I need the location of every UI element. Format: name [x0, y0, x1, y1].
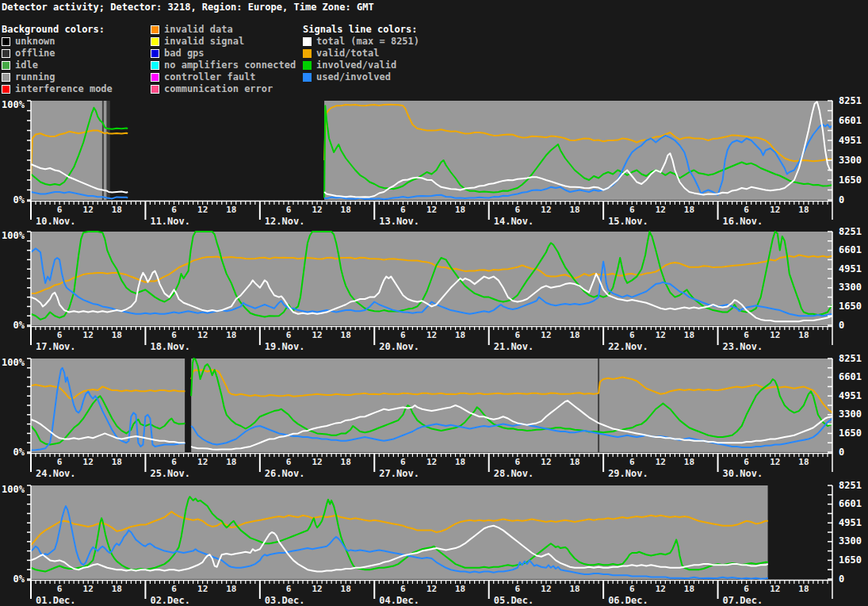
- svg-text:18: 18: [455, 330, 465, 340]
- day-label-07-dec: 07.Dec.: [723, 595, 763, 606]
- svg-text:6: 6: [629, 205, 635, 215]
- svg-text:18: 18: [455, 584, 465, 594]
- day-label-24-nov: 24.Nov.: [36, 468, 76, 479]
- status-background-running: [191, 359, 832, 452]
- right-axis-label: 4951: [839, 517, 862, 528]
- svg-text:12: 12: [312, 205, 322, 215]
- svg-text:18: 18: [684, 584, 694, 594]
- day-label-17-nov: 17.Nov.: [36, 341, 76, 352]
- svg-text:18: 18: [684, 457, 694, 467]
- svg-text:6: 6: [171, 457, 177, 467]
- day-label-25-nov: 25.Nov.: [150, 468, 190, 479]
- svg-text:18: 18: [226, 330, 236, 340]
- svg-text:12: 12: [83, 330, 94, 340]
- svg-text:6: 6: [57, 584, 63, 594]
- svg-text:6: 6: [57, 330, 63, 340]
- day-label-23-nov: 23.Nov.: [723, 341, 763, 352]
- day-label-26-nov: 26.Nov.: [265, 468, 305, 479]
- right-axis-label: 0: [839, 320, 844, 331]
- svg-text:0%: 0%: [13, 573, 25, 585]
- day-label-16-nov: 16.Nov.: [723, 216, 763, 227]
- status-background-running: [31, 485, 768, 579]
- day-label-14-nov: 14.Nov.: [494, 216, 534, 227]
- svg-text:6: 6: [629, 457, 635, 467]
- right-axis-label: 1650: [839, 175, 862, 186]
- day-label-28-nov: 28.Nov.: [494, 468, 534, 479]
- svg-text:100%: 100%: [2, 484, 25, 495]
- svg-text:18: 18: [798, 457, 809, 467]
- svg-text:12: 12: [541, 584, 551, 594]
- svg-text:6: 6: [515, 457, 521, 467]
- right-axis-label: 4951: [839, 135, 862, 146]
- svg-text:18: 18: [226, 205, 236, 215]
- right-axis-label: 8251: [839, 226, 862, 237]
- right-axis-label: 6601: [839, 115, 862, 126]
- status-background-unknown: [110, 101, 324, 200]
- right-axis-label: 8251: [839, 95, 862, 106]
- day-label-29-nov: 29.Nov.: [608, 468, 648, 479]
- right-axis-label: 3300: [839, 155, 862, 166]
- right-axis-label: 1650: [839, 554, 862, 566]
- svg-text:18: 18: [798, 205, 809, 215]
- day-label-20-nov: 20.Nov.: [379, 341, 419, 352]
- svg-text:18: 18: [341, 330, 351, 340]
- svg-text:6: 6: [744, 457, 749, 467]
- svg-text:100%: 100%: [2, 230, 25, 241]
- svg-text:0%: 0%: [13, 320, 25, 331]
- status-background-unknown: [768, 485, 832, 579]
- status-background-running: [31, 101, 107, 200]
- svg-text:18: 18: [112, 205, 122, 215]
- svg-text:0%: 0%: [13, 447, 25, 458]
- svg-text:12: 12: [426, 457, 437, 467]
- svg-text:12: 12: [656, 584, 666, 594]
- svg-text:18: 18: [798, 584, 809, 594]
- svg-text:6: 6: [400, 457, 406, 467]
- svg-text:12: 12: [656, 330, 666, 340]
- day-label-15-nov: 15.Nov.: [608, 216, 648, 227]
- svg-text:12: 12: [197, 457, 208, 467]
- day-label-19-nov: 19.Nov.: [265, 341, 305, 352]
- right-axis-label: 0: [839, 447, 844, 458]
- svg-text:6: 6: [57, 457, 63, 467]
- svg-text:12: 12: [83, 457, 94, 467]
- svg-text:6: 6: [286, 584, 292, 594]
- svg-text:18: 18: [112, 330, 122, 340]
- svg-text:6: 6: [171, 205, 177, 215]
- svg-text:18: 18: [455, 457, 465, 467]
- right-axis-label: 0: [839, 573, 844, 585]
- activity-charts: 100%0%6121810.Nov.6121811.Nov.6121812.No…: [0, 0, 868, 606]
- svg-text:12: 12: [656, 205, 666, 215]
- svg-text:6: 6: [286, 205, 292, 215]
- day-label-12-nov: 12.Nov.: [265, 216, 305, 227]
- svg-text:18: 18: [455, 205, 465, 215]
- svg-text:6: 6: [629, 584, 635, 594]
- svg-text:12: 12: [312, 584, 322, 594]
- svg-text:6: 6: [744, 330, 749, 340]
- svg-text:18: 18: [569, 584, 579, 594]
- day-label-11-nov: 11.Nov.: [150, 216, 190, 227]
- day-label-21-nov: 21.Nov.: [494, 341, 534, 352]
- svg-text:6: 6: [515, 330, 521, 340]
- svg-text:18: 18: [341, 205, 351, 215]
- svg-text:18: 18: [569, 205, 579, 215]
- svg-text:12: 12: [541, 205, 551, 215]
- right-axis-label: 4951: [839, 263, 862, 274]
- activity-chart-row-2: 100%0%6121817.Nov.6121818.Nov.6121819.No…: [2, 226, 862, 353]
- svg-text:12: 12: [541, 330, 551, 340]
- svg-text:12: 12: [83, 584, 94, 594]
- svg-text:18: 18: [341, 457, 351, 467]
- svg-text:18: 18: [569, 457, 579, 467]
- svg-text:100%: 100%: [2, 99, 25, 110]
- status-background-offline: [107, 101, 110, 200]
- svg-text:0%: 0%: [13, 194, 25, 205]
- svg-text:12: 12: [770, 584, 780, 594]
- svg-text:12: 12: [312, 457, 322, 467]
- detector-activity-page: { "title": "Detector activity; Detector:…: [0, 0, 868, 606]
- svg-text:12: 12: [770, 457, 780, 467]
- svg-text:18: 18: [684, 205, 694, 215]
- svg-text:12: 12: [312, 330, 322, 340]
- svg-text:18: 18: [112, 457, 122, 467]
- right-axis-label: 1650: [839, 428, 862, 439]
- svg-text:18: 18: [112, 584, 122, 594]
- right-axis-label: 3300: [839, 282, 862, 293]
